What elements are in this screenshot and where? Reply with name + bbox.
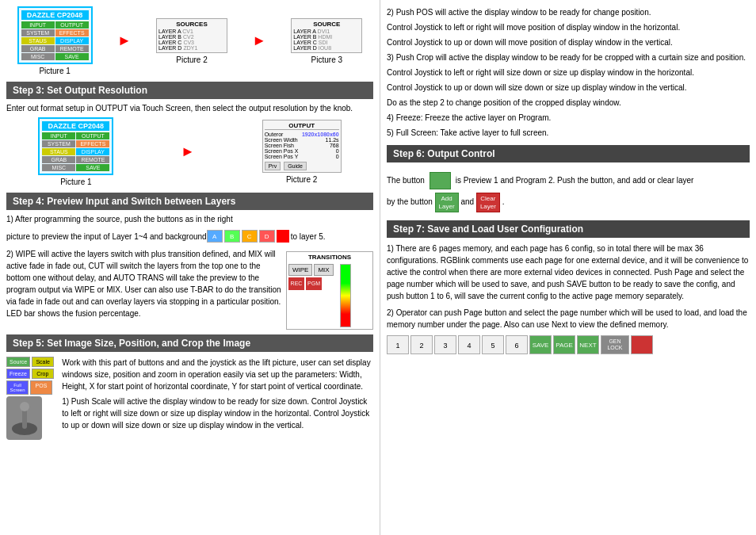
step7-text1: 1) There are 6 pages memory, and each pa… — [387, 243, 750, 302]
add-layer-btn[interactable]: AddLayer — [435, 193, 459, 212]
step3-pic1-label: Picture 1 — [60, 178, 91, 186]
picture-3-box: SOURCE LAYER A DVI1 LAYER B HDMI LAYER C… — [291, 18, 362, 64]
step5-text: Work with this part of buttons and and t… — [62, 357, 373, 392]
btn-display[interactable]: DISPLAY — [55, 37, 89, 44]
pictures-row-top: DAZZLE CP2048 INPUT OUTPUT SYSTEM EFFECT… — [6, 6, 373, 75]
layer-btn-d[interactable]: D — [259, 230, 275, 243]
mem-5[interactable]: 5 — [482, 335, 504, 354]
btn-display-2[interactable]: DISPLAY — [76, 148, 109, 155]
genlock-btn[interactable]: GENLOCK — [601, 335, 629, 354]
btn-save[interactable]: SAVE — [55, 53, 89, 60]
picture-1-box: DAZZLE CP2048 INPUT OUTPUT SYSTEM EFFECT… — [17, 6, 93, 75]
btn-input-2[interactable]: INPUT — [42, 132, 75, 139]
step5-controls: Source Scale Freeze Crop FullScreen POS — [6, 357, 54, 440]
btn-output[interactable]: OUTPUT — [55, 21, 89, 29]
layer-btn-c[interactable]: C — [242, 230, 258, 243]
btn-system-2[interactable]: SYSTEM — [42, 140, 75, 147]
step5-text-area: Work with this part of buttons and and t… — [62, 357, 373, 440]
mem-red-btn[interactable] — [631, 335, 653, 354]
transitions-title: TRANSITIONS — [288, 254, 371, 261]
layer-btn-b[interactable]: B — [224, 230, 240, 243]
right-line-8: 4) Freeze: Freeze the active layer on Pr… — [387, 112, 750, 124]
step5-text2: 1) Push Scale will active the display wi… — [62, 396, 373, 431]
step4-right-area: TRANSITIONS WIPE MIX REC PGM — [286, 248, 373, 330]
step5-header: Step 5: Set Image Size, Position, and Cr… — [6, 334, 373, 352]
btn-effects[interactable]: EFFECTS — [55, 29, 89, 36]
device-title-1: DAZZLE CP2048 — [21, 10, 89, 20]
right-line-9: 5) Full Screen: Take active layer to ful… — [387, 127, 750, 139]
source-btn[interactable]: Source — [6, 357, 30, 367]
btn-effects-2[interactable]: EFFECTS — [76, 140, 109, 147]
btn-save-2[interactable]: SAVE — [76, 164, 109, 171]
btn-staus[interactable]: STAUS — [21, 37, 55, 44]
crop-btn[interactable]: Crop — [32, 369, 54, 379]
page-mem-btn[interactable]: PAGE — [553, 335, 575, 354]
mem-6[interactable]: 6 — [506, 335, 528, 354]
transitions-box: TRANSITIONS WIPE MIX REC PGM — [286, 251, 373, 330]
device-diagram-2: DAZZLE CP2048 INPUT OUTPUT SYSTEM EFFECT… — [38, 117, 113, 175]
mix-btn[interactable]: MIX — [314, 264, 333, 276]
output-box: OUTPUT Outeror1920x1080x60 Screen Width1… — [262, 120, 342, 173]
step6-header: Step 6: Output Control — [387, 145, 750, 162]
right-line-5: Control Joystick to left or right will s… — [387, 67, 750, 78]
btn-grab-2[interactable]: GRAB — [42, 156, 75, 163]
step6-para1: The button is Preview 1 and Program 2. P… — [387, 172, 750, 189]
btn-input[interactable]: INPUT — [21, 21, 55, 29]
step4-text4: 2) WIPE will active the layers switch wi… — [6, 248, 281, 319]
output-title: OUTPUT — [265, 122, 339, 130]
step4-header: Step 4: Preview Input and Switch between… — [6, 193, 373, 210]
btn-grab[interactable]: GRAB — [21, 45, 55, 52]
btn-staus-2[interactable]: STAUS — [42, 148, 75, 155]
mem-1[interactable]: 1 — [387, 335, 409, 354]
ctrl-btn-row-3: FullScreen POS — [6, 380, 54, 395]
transitions-area: WIPE MIX REC PGM — [288, 264, 371, 327]
step5-content: Source Scale Freeze Crop FullScreen POS … — [6, 357, 373, 440]
device-buttons-1: INPUT OUTPUT SYSTEM EFFECTS STAUS DISPLA… — [21, 21, 89, 60]
red-square-indicator — [277, 230, 289, 243]
step7-text2: 2) Operator can push Page button and sel… — [387, 307, 750, 331]
btn-output-2[interactable]: OUTPUT — [76, 132, 109, 139]
arrow-2: ► — [252, 32, 266, 49]
preview-btn[interactable] — [430, 172, 451, 189]
step4-text2: picture to preview the input of Layer 1~… — [6, 232, 207, 241]
step3-pic2-label: Picture 2 — [286, 175, 317, 184]
step4-bottom-row: 2) WIPE will active the layers switch wi… — [6, 248, 373, 330]
device-buttons-2: INPUT OUTPUT SYSTEM EFFECTS STAUS DISPLA… — [42, 132, 109, 171]
save-mem-btn[interactable]: SAVE — [529, 335, 552, 354]
step3-text: Enter out format setup in OUTPUT via Tou… — [6, 104, 373, 113]
wipe-btn[interactable]: WIPE — [288, 264, 312, 276]
led-bar — [340, 264, 351, 327]
scale-btn[interactable]: Scale — [32, 357, 54, 367]
btn-misc[interactable]: MISC — [21, 53, 55, 60]
right-line-3: Control Joystick to up or down will move… — [387, 36, 750, 48]
step3-row: DAZZLE CP2048 INPUT OUTPUT SYSTEM EFFECT… — [6, 117, 373, 186]
pos-btn[interactable]: POS — [30, 380, 52, 395]
btn-misc-2[interactable]: MISC — [42, 164, 75, 171]
full-screen-btn[interactable]: FullScreen — [6, 380, 29, 395]
memory-buttons: 1 2 3 4 5 6 SAVE PAGE NEXT GENLOCK — [387, 335, 750, 354]
layer-btn-a[interactable]: A — [207, 230, 223, 243]
right-line-6: Control Joystick to up or down will size… — [387, 82, 750, 94]
right-text-block1: 2) Push POS will active the display wind… — [387, 6, 750, 139]
step6-text1: The button — [387, 176, 425, 185]
mem-3[interactable]: 3 — [434, 335, 456, 354]
btn-system[interactable]: SYSTEM — [21, 29, 55, 36]
source2-box: SOURCE LAYER A DVI1 LAYER B HDMI LAYER C… — [291, 18, 362, 53]
mem-2[interactable]: 2 — [410, 335, 433, 354]
right-line-7: Do as the step 2 to change position of t… — [387, 97, 750, 109]
device-title-2: DAZZLE CP2048 — [42, 121, 109, 131]
step6-text2: is Preview 1 and Program 2. Push the but… — [456, 176, 694, 185]
trans-red-2[interactable]: PGM — [306, 277, 322, 290]
trans-red-1[interactable]: REC — [288, 277, 304, 290]
btn-remote[interactable]: REMOTE — [55, 45, 89, 52]
btn-remote-2[interactable]: REMOTE — [76, 156, 109, 163]
step6-and-text: and — [460, 197, 475, 206]
next-mem-btn[interactable]: NEXT — [577, 335, 599, 354]
right-line-2: Control Joystick to left or right will m… — [387, 21, 750, 33]
mem-4[interactable]: 4 — [458, 335, 480, 354]
freeze-btn[interactable]: Freeze — [6, 369, 30, 379]
clear-layer-btn[interactable]: ClearLayer — [476, 193, 500, 212]
step3-picture-1: DAZZLE CP2048 INPUT OUTPUT SYSTEM EFFECT… — [38, 117, 113, 186]
step6-para2: by the button AddLayer and ClearLayer . — [387, 193, 750, 212]
step7-content: 1) There are 6 pages memory, and each pa… — [387, 243, 750, 354]
